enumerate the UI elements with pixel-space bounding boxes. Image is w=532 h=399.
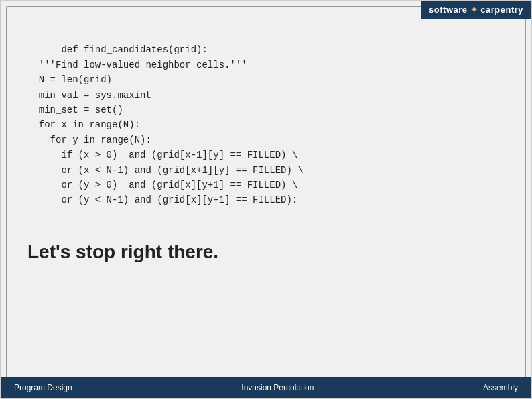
- code-block: def find_candidates(grid): '''Find low-v…: [27, 27, 505, 223]
- logo-bar: software ✦ carpentry: [421, 1, 531, 19]
- code-line4: min_val = sys.maxint: [27, 90, 151, 101]
- logo-software: software: [429, 5, 467, 15]
- code-line9: or (x < N-1) and (grid[x+1][y] == FILLED…: [27, 165, 304, 176]
- code-line11: or (y < N-1) and (grid[x][y+1] == FILLED…: [27, 194, 297, 205]
- footer-left: Program Design: [14, 383, 72, 392]
- code-line3: N = len(grid): [27, 74, 112, 85]
- footer-bar: Program Design Invasion Percolation Asse…: [1, 377, 531, 398]
- logo-text: software ✦ carpentry: [429, 5, 523, 15]
- code-line5: min_set = set(): [27, 105, 123, 115]
- main-content: def find_candidates(grid): '''Find low-v…: [1, 7, 531, 276]
- slide-container: software ✦ carpentry def find_candidates…: [0, 0, 532, 399]
- footer-right: Assembly: [483, 383, 518, 392]
- code-line1: def find_candidates(grid):: [61, 44, 207, 55]
- logo-separator: ✦: [468, 5, 481, 15]
- code-line8: if (x > 0) and (grid[x-1][y] == FILLED) …: [27, 150, 297, 160]
- footer-center: Invasion Percolation: [241, 383, 314, 392]
- code-line6: for x in range(N):: [27, 119, 140, 130]
- code-line10: or (y > 0) and (grid[x][y+1] == FILLED) …: [27, 180, 297, 190]
- code-line7: for y in range(N):: [27, 135, 151, 146]
- stop-text: Let's stop right there.: [27, 241, 505, 263]
- logo-carpentry: carpentry: [480, 5, 523, 15]
- code-line2: '''Find low-valued neighbor cells.''': [27, 60, 247, 70]
